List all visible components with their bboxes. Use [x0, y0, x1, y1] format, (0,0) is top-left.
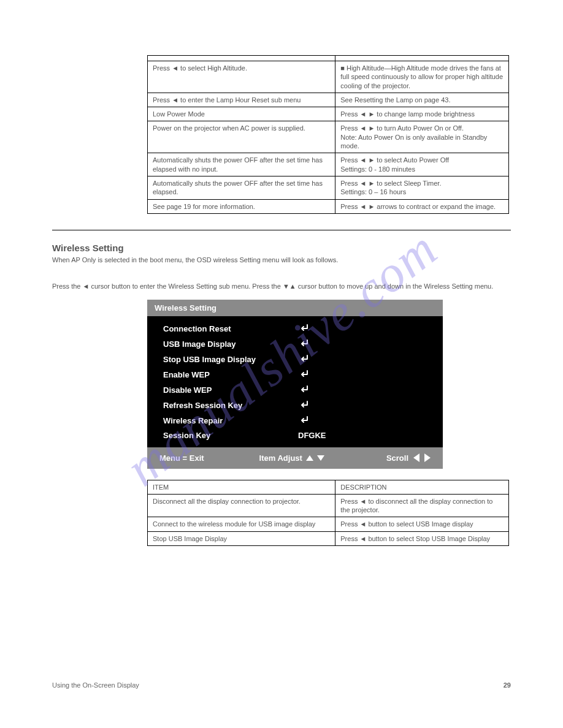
- table-row: See page 19 for more information.Press ◄…: [148, 199, 509, 213]
- table-cell: Low Power Mode: [148, 107, 335, 121]
- osd-item-label: Stop USB Image Display: [163, 355, 298, 364]
- enter-icon: [298, 370, 310, 380]
- osd-menu-item[interactable]: USB Image Display: [147, 336, 443, 352]
- page-content: Press ◄ to select High Altitude.■ High A…: [0, 0, 563, 583]
- enter-icon: [298, 415, 310, 426]
- table-row: Power on the projector when AC power is …: [148, 121, 509, 153]
- table-row: Press ◄ to select High Altitude.■ High A…: [148, 61, 509, 93]
- table-cell: See page 19 for more information.: [148, 199, 335, 213]
- table-cell: Press ◄ to select High Altitude.: [148, 61, 335, 93]
- triangle-right-icon: [424, 453, 431, 462]
- osd-footer-left: Menu = Exit: [159, 453, 204, 463]
- table-cell: Press ◄ ► to change lamp mode brightness: [335, 107, 509, 121]
- table-row: Disconnect all the display connection to…: [148, 494, 509, 517]
- osd-menu-item[interactable]: Refresh Session Key: [147, 398, 443, 413]
- enter-icon: [298, 324, 310, 334]
- table-cell: Press ◄ ► to select Sleep Timer.Settings…: [335, 176, 509, 199]
- table-cell: Disconnect all the display connection to…: [148, 494, 335, 517]
- table-row: Connect to the wireless module for USB i…: [148, 517, 509, 531]
- footer-chapter: Using the On-Screen Display: [52, 681, 139, 689]
- osd-item-label: USB Image Display: [163, 339, 298, 349]
- osd-item-label: Enable WEP: [163, 370, 298, 379]
- table-header-row: ITEMDESCRIPTION: [148, 480, 509, 494]
- table-cell: Press ◄ ► arrows to contract or expand t…: [335, 199, 509, 213]
- table-cell: See Resetting the Lamp on page 43.: [335, 93, 509, 107]
- table-cell: [335, 56, 509, 61]
- osd-menu-item[interactable]: Stop USB Image Display: [147, 352, 443, 367]
- osd-item-label: Connection Reset: [163, 324, 298, 333]
- table-row: Low Power ModePress ◄ ► to change lamp m…: [148, 107, 509, 121]
- osd-menu-item[interactable]: Session KeyDFGKE: [147, 428, 443, 442]
- table-header-cell: ITEM: [148, 480, 335, 494]
- osd-item-label: Refresh Session Key: [163, 401, 298, 410]
- osd-title: Wireless Setting: [147, 300, 443, 316]
- footer-page-number: 29: [504, 681, 511, 689]
- enter-icon: [298, 400, 310, 411]
- osd-footer: Menu = Exit Item Adjust Scroll: [147, 447, 443, 469]
- table-header-cell: DESCRIPTION: [335, 480, 509, 494]
- enter-icon: [298, 354, 310, 365]
- section-title: Wireless Setting: [52, 243, 511, 253]
- table-row: Press ◄ to enter the Lamp Hour Reset sub…: [148, 93, 509, 107]
- triangle-up-icon: [306, 455, 313, 461]
- osd-menu-item[interactable]: Wireless Repair: [147, 413, 443, 428]
- osd-screenshot: Wireless Setting Connection ResetUSB Ima…: [147, 300, 443, 469]
- table-cell: Stop USB Image Display: [148, 531, 335, 545]
- table-row: Stop USB Image DisplayPress ◄ button to …: [148, 531, 509, 545]
- table-row: Automatically shuts the power OFF after …: [148, 153, 509, 176]
- osd-item-label: Disable WEP: [163, 385, 298, 395]
- spec-table-2: ITEMDESCRIPTIONDisconnect all the displa…: [147, 480, 509, 546]
- table-cell: Automatically shuts the power OFF after …: [148, 176, 335, 199]
- table-cell: [148, 56, 335, 61]
- triangle-left-icon: [413, 453, 419, 462]
- osd-menu-item[interactable]: Enable WEP: [147, 367, 443, 382]
- triangle-down-icon: [317, 455, 324, 461]
- table-cell: Connect to the wireless module for USB i…: [148, 517, 335, 531]
- table-cell: Press ◄ button to select USB Image displ…: [335, 517, 509, 531]
- table-cell: Press ◄ to disconnect all the display co…: [335, 494, 509, 517]
- osd-item-value: DFGKE: [298, 431, 326, 440]
- osd-footer-mid: Item Adjust: [259, 453, 302, 463]
- enter-icon: [298, 339, 310, 349]
- table-cell: Press ◄ ► to select Auto Power OffSettin…: [335, 153, 509, 176]
- enter-icon: [298, 385, 310, 395]
- osd-footer-right: Scroll: [386, 453, 408, 463]
- table-row: Automatically shuts the power OFF after …: [148, 176, 509, 199]
- osd-menu-list: Connection ResetUSB Image DisplayStop US…: [147, 316, 443, 447]
- osd-item-label: Session Key: [163, 431, 298, 440]
- table-cell: ■ High Altitude—High Altitude mode drive…: [335, 61, 509, 93]
- table-row: [148, 56, 509, 61]
- page-footer: Using the On-Screen Display 29: [52, 681, 511, 689]
- table-cell: Press ◄ to enter the Lamp Hour Reset sub…: [148, 93, 335, 107]
- section-note: When AP Only is selected in the boot men…: [52, 256, 511, 265]
- osd-menu-item[interactable]: Disable WEP: [147, 382, 443, 398]
- table-cell: Press ◄ button to select Stop USB Image …: [335, 531, 509, 545]
- table-cell: Power on the projector when AC power is …: [148, 121, 335, 153]
- section-subnote: Press the ◄ cursor button to enter the W…: [52, 282, 511, 291]
- table-cell: Automatically shuts the power OFF after …: [148, 153, 335, 176]
- osd-menu-item[interactable]: Connection Reset: [147, 321, 443, 336]
- table-cell: Press ◄ ► to turn Auto Power On or Off.N…: [335, 121, 509, 153]
- spec-table-1: Press ◄ to select High Altitude.■ High A…: [147, 55, 509, 214]
- osd-item-label: Wireless Repair: [163, 416, 298, 425]
- section-divider: [52, 230, 511, 230]
